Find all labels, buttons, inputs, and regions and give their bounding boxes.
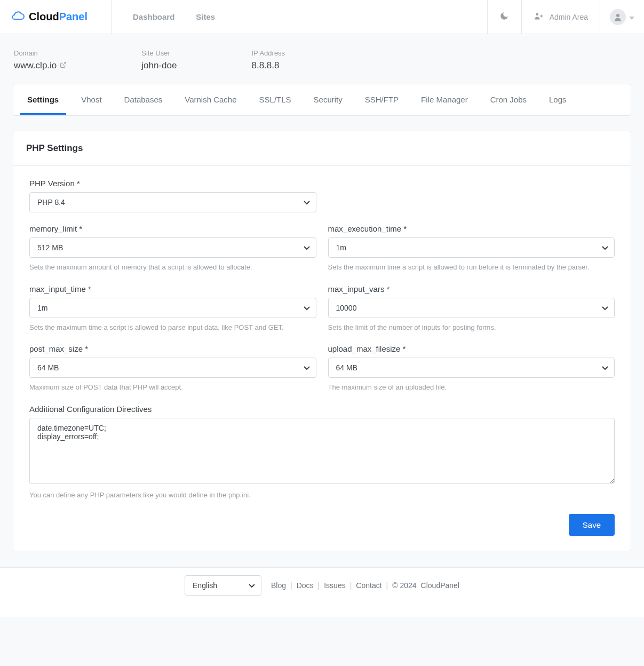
site-user-block: Site User john-doe bbox=[141, 49, 177, 71]
users-gear-icon bbox=[534, 12, 544, 22]
site-info-row: Domain www.clp.io Site User john-doe IP … bbox=[13, 47, 631, 84]
site-user-value: john-doe bbox=[141, 60, 177, 71]
additional-directives-textarea[interactable] bbox=[29, 418, 615, 484]
php-settings-card: PHP Settings PHP Version * PHP 8.4 memor… bbox=[13, 131, 631, 551]
tab-vhost[interactable]: Vhost bbox=[74, 84, 109, 115]
ip-value: 8.8.8.8 bbox=[251, 60, 285, 71]
logo-cell: CloudPanel bbox=[0, 0, 112, 34]
php-version-label: PHP Version * bbox=[29, 179, 316, 188]
theme-toggle[interactable] bbox=[487, 0, 521, 34]
footer-links: Blog | Docs | Issues | Contact | © 2024 … bbox=[271, 581, 459, 590]
tab-databases[interactable]: Databases bbox=[117, 84, 170, 115]
tab-settings[interactable]: Settings bbox=[20, 84, 66, 115]
save-button[interactable]: Save bbox=[569, 514, 615, 536]
max-input-time-select[interactable]: 1m bbox=[29, 298, 316, 318]
memory-limit-group: memory_limit * 512 MB Sets the maximum a… bbox=[29, 224, 316, 273]
max-input-vars-group: max_input_vars * 10000 Sets the limit of… bbox=[328, 284, 615, 333]
max-input-vars-select[interactable]: 10000 bbox=[328, 298, 615, 318]
additional-directives-help: You can define any PHP parameters like y… bbox=[29, 490, 615, 501]
primary-nav: Dashboard Sites bbox=[112, 0, 487, 34]
footer-link-blog[interactable]: Blog bbox=[271, 581, 286, 590]
cloud-icon bbox=[11, 10, 25, 23]
tab-ssh-ftp[interactable]: SSH/FTP bbox=[357, 84, 406, 115]
memory-limit-help: Sets the maximum amount of memory that a… bbox=[29, 262, 316, 273]
card-body: PHP Version * PHP 8.4 memory_limit * 512… bbox=[13, 166, 631, 551]
max-input-time-help: Sets the maximum time a script is allowe… bbox=[29, 322, 316, 333]
svg-point-0 bbox=[536, 13, 538, 15]
ip-label: IP Address bbox=[251, 49, 285, 57]
max-execution-time-group: max_execution_time * 1m Sets the maximum… bbox=[328, 224, 615, 273]
user-menu[interactable] bbox=[600, 0, 644, 34]
post-max-size-help: Maximum size of POST data that PHP will … bbox=[29, 382, 316, 393]
tab-logs[interactable]: Logs bbox=[542, 84, 574, 115]
site-user-label: Site User bbox=[141, 49, 177, 57]
caret-down-icon bbox=[629, 13, 634, 21]
footer-link-docs[interactable]: Docs bbox=[297, 581, 314, 590]
avatar-icon bbox=[610, 9, 626, 25]
domain-link[interactable]: www.clp.io bbox=[14, 60, 67, 71]
page-footer: English Blog | Docs | Issues | Contact |… bbox=[0, 567, 644, 617]
top-header: CloudPanel Dashboard Sites Admin Area bbox=[0, 0, 644, 34]
language-select[interactable]: English bbox=[185, 575, 261, 596]
brand-text: CloudPanel bbox=[29, 11, 88, 23]
header-right: Admin Area bbox=[487, 0, 644, 34]
ip-block: IP Address 8.8.8.8 bbox=[251, 49, 285, 71]
max-input-vars-label: max_input_vars * bbox=[328, 284, 615, 294]
tab-security[interactable]: Security bbox=[306, 84, 350, 115]
max-execution-time-help: Sets the maximum time a script is allowe… bbox=[328, 262, 615, 273]
upload-max-filesize-select[interactable]: 64 MB bbox=[328, 358, 615, 378]
brand-logo[interactable]: CloudPanel bbox=[11, 10, 88, 23]
page-body: Domain www.clp.io Site User john-doe IP … bbox=[0, 34, 644, 567]
nav-dashboard[interactable]: Dashboard bbox=[133, 12, 174, 21]
site-tabs-card: Settings Vhost Databases Varnish Cache S… bbox=[13, 84, 631, 116]
footer-link-contact[interactable]: Contact bbox=[356, 581, 381, 590]
tab-varnish-cache[interactable]: Varnish Cache bbox=[177, 84, 244, 115]
footer-copyright: © 2024 bbox=[392, 581, 416, 590]
card-title: PHP Settings bbox=[13, 131, 631, 166]
memory-limit-label: memory_limit * bbox=[29, 224, 316, 233]
post-max-size-group: post_max_size * 64 MB Maximum size of PO… bbox=[29, 344, 316, 393]
nav-sites[interactable]: Sites bbox=[196, 12, 215, 21]
domain-label: Domain bbox=[14, 49, 67, 57]
admin-area-label: Admin Area bbox=[550, 13, 588, 21]
tab-cron-jobs[interactable]: Cron Jobs bbox=[483, 84, 534, 115]
footer-link-issues[interactable]: Issues bbox=[324, 581, 345, 590]
max-execution-time-label: max_execution_time * bbox=[328, 224, 615, 233]
post-max-size-label: post_max_size * bbox=[29, 344, 316, 353]
admin-area-button[interactable]: Admin Area bbox=[521, 0, 600, 34]
post-max-size-select[interactable]: 64 MB bbox=[29, 358, 316, 378]
upload-max-filesize-help: The maximum size of an uploaded file. bbox=[328, 382, 615, 393]
svg-point-2 bbox=[616, 14, 619, 17]
upload-max-filesize-label: upload_max_filesize * bbox=[328, 344, 615, 353]
max-input-time-group: max_input_time * 1m Sets the maximum tim… bbox=[29, 284, 316, 333]
site-tabs: Settings Vhost Databases Varnish Cache S… bbox=[13, 84, 631, 115]
tab-file-manager[interactable]: File Manager bbox=[414, 84, 475, 115]
max-execution-time-select[interactable]: 1m bbox=[328, 237, 615, 258]
external-link-icon bbox=[60, 60, 67, 71]
additional-directives-label: Additional Configuration Directives bbox=[29, 405, 615, 414]
php-version-group: PHP Version * PHP 8.4 bbox=[29, 179, 316, 212]
tab-ssl-tls[interactable]: SSL/TLS bbox=[252, 84, 299, 115]
max-input-time-label: max_input_time * bbox=[29, 284, 316, 294]
max-input-vars-help: Sets the limit of the number of inputs f… bbox=[328, 322, 615, 333]
memory-limit-select[interactable]: 512 MB bbox=[29, 237, 316, 258]
footer-brand-link[interactable]: CloudPanel bbox=[421, 581, 459, 590]
domain-block: Domain www.clp.io bbox=[14, 49, 67, 71]
save-row: Save bbox=[29, 514, 615, 536]
moon-icon bbox=[499, 11, 509, 22]
php-version-select[interactable]: PHP 8.4 bbox=[29, 192, 316, 212]
additional-directives-group: Additional Configuration Directives You … bbox=[29, 405, 615, 501]
upload-max-filesize-group: upload_max_filesize * 64 MB The maximum … bbox=[328, 344, 615, 393]
